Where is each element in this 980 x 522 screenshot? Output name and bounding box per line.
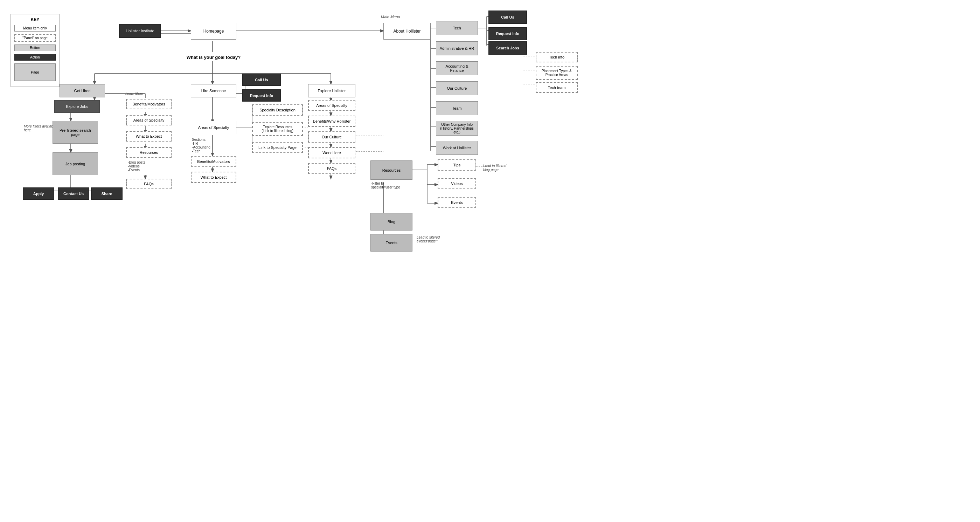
key-page: Page (14, 64, 56, 81)
about-hollister-node[interactable]: About Hollister (383, 23, 431, 40)
lead-filtered-events-label: Lead to filtered events page (417, 235, 459, 243)
explore-jobs-node[interactable]: Explore Jobs (54, 100, 100, 113)
homepage-node: Homepage (191, 23, 236, 40)
filter-specialty-text: -Filter to specialty/user type (371, 182, 400, 189)
key-page-container: Page (14, 64, 56, 81)
admin-hr-node[interactable]: Administrative & HR (436, 42, 478, 55)
resources-1-node: Resources (126, 147, 172, 158)
explore-hollister-node[interactable]: Explore Hollister (308, 84, 355, 97)
key-box: KEY Menu item only "Panel" on page Butto… (11, 14, 59, 87)
learn-more-label: Learn More (125, 92, 143, 96)
areas-specialty-2-node: Areas of Specialty (191, 121, 236, 134)
connectors-svg (0, 0, 980, 522)
tech-team-node: Tech team (536, 82, 578, 93)
apply-node[interactable]: Apply (23, 187, 54, 200)
faqs-2-node: FAQs (308, 163, 355, 174)
resources-2-node: Resources (371, 160, 412, 180)
explore-resources-node: Explore Resources (Link to filtered blog… (252, 122, 303, 136)
canvas: KEY Menu item only "Panel" on page Butto… (0, 0, 980, 522)
specialty-description-node: Specialty Description (252, 104, 303, 116)
benefits-why-hollister-node: Benefits/Why Hollister (308, 116, 355, 127)
key-action: Action (14, 54, 56, 61)
request-info-2-node[interactable]: Request Info (488, 27, 527, 40)
faqs-1-node: FAQs (126, 179, 172, 189)
what-to-expect-1-node: What to Expect (126, 131, 172, 142)
hollister-institute-node: Hollister Institute (119, 24, 161, 38)
events-node: Events (438, 197, 476, 208)
resources-sub-text: -Blog posts -Videos -Events (128, 160, 145, 172)
key-menu-item-container: Menu item only (14, 25, 56, 32)
other-company-info-node[interactable]: Other Company Info (History, Partnership… (436, 121, 478, 136)
our-culture-1-node: Our Culture (308, 131, 355, 142)
areas-specialty-3-node: Areas of Specialty (308, 100, 355, 111)
blog-node: Blog (371, 213, 412, 230)
placement-types-node: Placement Types & Practice Areas (536, 66, 578, 80)
accounting-finance-node[interactable]: Accounting & Finance (436, 61, 478, 75)
key-menu-item: Menu item only (14, 25, 56, 32)
pre-filtered-node: Pre-filtered search page (52, 121, 98, 144)
key-button: Button (14, 45, 56, 51)
lead-filtered-blog-label: Lead to filtered blog page (483, 164, 525, 172)
events-2-node: Events (371, 234, 412, 252)
main-menu-label: Main Menu (381, 15, 400, 19)
hire-someone-node[interactable]: Hire Someone (191, 84, 236, 97)
tips-node: Tips (438, 160, 476, 171)
request-info-1-node[interactable]: Request Info (242, 89, 281, 102)
call-us-1-node[interactable]: Call Us (242, 73, 281, 86)
goal-text-node: What is your goal today? (172, 52, 256, 62)
areas-specialty-1-node: Areas of Specialty (126, 115, 172, 125)
call-us-2-node[interactable]: Call Us (488, 11, 527, 24)
tech-node[interactable]: Tech (436, 21, 478, 35)
key-title: KEY (14, 17, 56, 22)
key-panel-container: "Panel" on page (14, 34, 56, 42)
job-posting-node: Job posting (52, 152, 98, 175)
tech-info-node: Tech info (536, 52, 578, 62)
contact-us-node[interactable]: Contact Us (58, 187, 89, 200)
what-to-expect-2-node: What to Expect (191, 172, 236, 183)
share-node[interactable]: Share (91, 187, 123, 200)
team-node[interactable]: Team (436, 101, 478, 115)
link-specialty-page-node: Link to Specialty Page (252, 142, 303, 153)
videos-node: Videos (438, 178, 476, 189)
benefits-motivators-1-node: Benefits/Motivators (126, 99, 172, 109)
sections-text: Sections: -HR -Accounting -Tech (192, 138, 210, 153)
search-jobs-node[interactable]: Search Jobs (488, 42, 527, 55)
key-button-container: Button (14, 45, 56, 51)
work-at-hollister-node[interactable]: Work at Hollister (436, 141, 478, 155)
key-panel: "Panel" on page (14, 34, 56, 42)
our-culture-2-node[interactable]: Our Culture (436, 81, 478, 95)
key-action-container: Action (14, 54, 56, 61)
benefits-motivators-2-node: Benefits/Motivators (191, 156, 236, 167)
get-hired-node[interactable]: Get Hired (59, 84, 105, 97)
work-here-node: Work Here (308, 147, 355, 158)
